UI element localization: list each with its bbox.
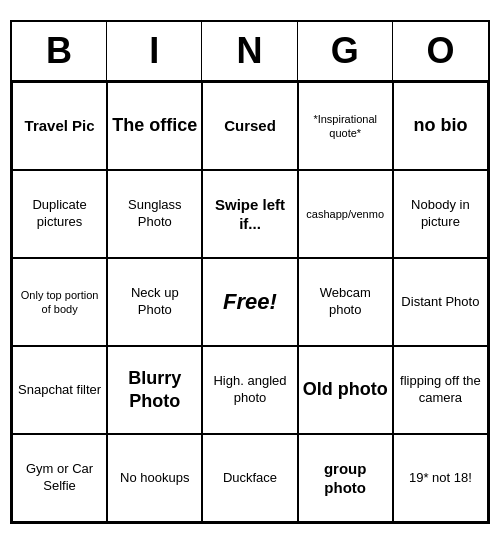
bingo-cell-2[interactable]: Cursed [202,82,297,170]
bingo-cell-23[interactable]: group photo [298,434,393,522]
bingo-cell-0[interactable]: Travel Pic [12,82,107,170]
bingo-cell-11[interactable]: Neck up Photo [107,258,202,346]
bingo-cell-21[interactable]: No hookups [107,434,202,522]
bingo-cell-14[interactable]: Distant Photo [393,258,488,346]
header-letter-g: G [298,22,393,80]
bingo-cell-13[interactable]: Webcam photo [298,258,393,346]
bingo-cell-12[interactable]: Free! [202,258,297,346]
bingo-cell-9[interactable]: Nobody in picture [393,170,488,258]
bingo-cell-4[interactable]: no bio [393,82,488,170]
header-letter-b: B [12,22,107,80]
header-letter-i: I [107,22,202,80]
bingo-cell-18[interactable]: Old photo [298,346,393,434]
bingo-cell-6[interactable]: Sunglass Photo [107,170,202,258]
bingo-cell-15[interactable]: Snapchat filter [12,346,107,434]
bingo-cell-24[interactable]: 19* not 18! [393,434,488,522]
bingo-cell-16[interactable]: Blurry Photo [107,346,202,434]
bingo-cell-19[interactable]: flipping off the camera [393,346,488,434]
bingo-header: BINGO [12,22,488,82]
bingo-card: BINGO Travel PicThe officeCursed*Inspira… [10,20,490,524]
header-letter-n: N [202,22,297,80]
header-letter-o: O [393,22,488,80]
bingo-cell-5[interactable]: Duplicate pictures [12,170,107,258]
bingo-cell-3[interactable]: *Inspirational quote* [298,82,393,170]
bingo-cell-10[interactable]: Only top portion of body [12,258,107,346]
bingo-cell-7[interactable]: Swipe left if... [202,170,297,258]
bingo-cell-8[interactable]: cashapp/venmo [298,170,393,258]
bingo-cell-20[interactable]: Gym or Car Selfie [12,434,107,522]
bingo-grid: Travel PicThe officeCursed*Inspirational… [12,82,488,522]
bingo-cell-22[interactable]: Duckface [202,434,297,522]
bingo-cell-1[interactable]: The office [107,82,202,170]
bingo-cell-17[interactable]: High. angled photo [202,346,297,434]
